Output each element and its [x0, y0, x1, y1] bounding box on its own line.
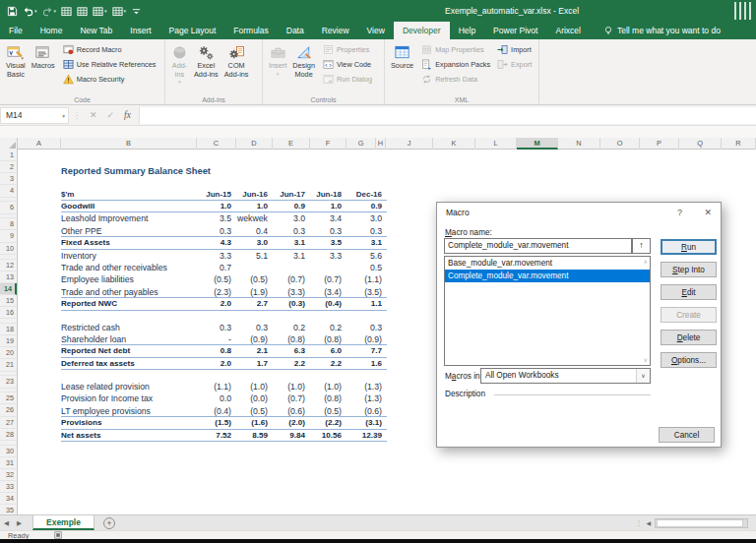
table-cell[interactable]: (0.5): [310, 405, 346, 416]
table-cell[interactable]: 0.4: [236, 225, 273, 236]
table-cell[interactable]: (0.5): [197, 273, 236, 285]
insert-function-icon[interactable]: fx: [119, 110, 136, 120]
cancel-entry-icon[interactable]: ✕: [85, 110, 102, 120]
table-cell[interactable]: 8.59: [236, 430, 273, 441]
column-header-c[interactable]: C: [197, 138, 236, 150]
new-sheet-button[interactable]: +: [103, 517, 115, 529]
table-cell[interactable]: (0.8): [273, 333, 310, 344]
table-cell[interactable]: 0.2: [273, 322, 310, 333]
ribbon-expansion-packs-button[interactable]: Expansion Packs: [421, 59, 490, 70]
ribbon-view-code-button[interactable]: View Code: [323, 59, 372, 70]
table-cell[interactable]: 0.0: [197, 392, 236, 404]
table-cell[interactable]: wekwek: [236, 212, 273, 224]
menu-tab-data[interactable]: Data: [278, 22, 313, 39]
row-header-20[interactable]: 20: [0, 347, 17, 359]
save-icon[interactable]: [6, 3, 19, 19]
table-cell[interactable]: 5.1: [236, 250, 273, 262]
column-header-f[interactable]: F: [310, 138, 346, 150]
table-row-label[interactable]: Trade and other payables: [61, 286, 197, 297]
table-cell[interactable]: (1.6): [236, 417, 273, 428]
table-unit-label[interactable]: $'m: [61, 189, 197, 200]
table-cell[interactable]: 10.56: [310, 430, 346, 441]
table-cell[interactable]: 1.0: [236, 201, 273, 211]
row-header-16[interactable]: 16: [0, 307, 17, 319]
table-cell[interactable]: 0.3: [197, 322, 236, 333]
table-row-label[interactable]: Provisions: [61, 417, 197, 428]
macro-name-goto-button[interactable]: ↑: [632, 238, 651, 254]
dialog-help-button[interactable]: ?: [677, 203, 682, 222]
table-row-label[interactable]: Reported Net debt: [61, 345, 197, 356]
table-cell[interactable]: 0.8: [197, 345, 236, 356]
table-cell[interactable]: (1.1): [346, 273, 387, 285]
table-cell[interactable]: 0.5: [346, 262, 387, 273]
table-cell[interactable]: (0.9): [236, 333, 273, 344]
ribbon-refresh-data-button[interactable]: Refresh Data: [421, 74, 490, 85]
delete-button[interactable]: Delete: [661, 330, 717, 345]
table-cell[interactable]: 0.3: [236, 322, 273, 333]
table-cell[interactable]: (0.6): [346, 405, 387, 416]
table-cell[interactable]: (2.3): [197, 286, 236, 297]
table-cell[interactable]: 0.3: [273, 225, 310, 236]
column-header-l[interactable]: L: [475, 138, 517, 150]
table-row-lease-related-provision[interactable]: Lease related provision(1.1)(1.0)(1.0)(1…: [61, 381, 387, 392]
table-row-label[interactable]: Trade and other receivables: [61, 262, 197, 273]
row-header-28[interactable]: 28: [0, 429, 17, 441]
table-row-label[interactable]: Inventory: [61, 250, 197, 262]
row-header-25[interactable]: 25: [0, 392, 17, 404]
column-header-k[interactable]: K: [433, 138, 475, 150]
table-cell[interactable]: 1.0: [310, 201, 346, 211]
table-cell[interactable]: 1.6: [346, 358, 387, 369]
menu-tab-arixcel[interactable]: Arixcel: [546, 22, 590, 39]
row-header-6[interactable]: 6: [0, 202, 17, 213]
row-header-4[interactable]: 4: [0, 185, 17, 197]
table-icon[interactable]: [76, 3, 89, 19]
macro-record-indicator[interactable]: [54, 531, 62, 539]
row-header-21[interactable]: 21: [0, 359, 17, 371]
table-cell[interactable]: (1.3): [346, 381, 387, 392]
table-cell[interactable]: 9.84: [273, 430, 310, 441]
ribbon-export-button[interactable]: Export: [497, 59, 532, 70]
table-cell[interactable]: 2.2: [310, 358, 346, 369]
macro-list-item[interactable]: Complete_module_var.movement: [445, 270, 650, 282]
table-cell[interactable]: (1.0): [236, 381, 273, 392]
table-cell[interactable]: (3.4): [310, 286, 346, 297]
ribbon-use-relative-references-button[interactable]: Use Relative References: [63, 59, 157, 70]
table-cell[interactable]: (0.3): [273, 298, 310, 309]
scrollbar-thumb[interactable]: [657, 519, 743, 527]
table-cell[interactable]: 0.3: [310, 225, 346, 236]
table-column-header[interactable]: Dec-16: [346, 189, 387, 200]
sheet-nav-right-icon[interactable]: ▶: [13, 519, 26, 527]
macro-list-item[interactable]: Base_module_var.movement: [445, 257, 650, 270]
sheet-tab-exemple[interactable]: Exemple: [32, 515, 94, 530]
table-row-label[interactable]: Provision for Income tax: [61, 392, 197, 404]
table-column-header[interactable]: Jun-18: [310, 189, 346, 200]
ribbon-macro-security-button[interactable]: Macro Security: [63, 74, 157, 85]
table-row-lt-employee-provisions[interactable]: LT employee provisions(0.4)(0.5)(0.6)(0.…: [61, 405, 387, 417]
row-header-15[interactable]: 15: [0, 295, 17, 307]
edit-button[interactable]: Edit: [661, 284, 717, 300]
ribbon-macros-button[interactable]: Macros: [29, 41, 58, 93]
ribbon-add-ins-button[interactable]: Add-ins▾: [168, 41, 191, 93]
table-row-label[interactable]: Net assets: [61, 430, 197, 441]
table-row-label[interactable]: Leashold Improvement: [61, 212, 197, 224]
table-cell[interactable]: (0.5): [236, 405, 273, 416]
row-header-23[interactable]: 23: [0, 376, 17, 388]
table-row-other-ppe[interactable]: Other PPE0.30.40.30.30.3: [61, 225, 387, 237]
table-cell[interactable]: (0.7): [273, 273, 310, 285]
qat-more-icon[interactable]: [130, 3, 143, 19]
table-cell[interactable]: 2.7: [236, 298, 273, 309]
table-row-label[interactable]: Restricted cash: [61, 322, 197, 333]
table-cell[interactable]: 2.2: [273, 358, 310, 369]
table-row-label[interactable]: Employee liabilities: [61, 273, 197, 285]
table-row-shareholder-loan[interactable]: Shareholder loan-(0.9)(0.8)(0.8)(0.9): [61, 333, 387, 345]
table-row-label[interactable]: Fixed Assets: [61, 237, 197, 248]
row-header-3[interactable]: 3: [0, 173, 17, 185]
column-header-a[interactable]: A: [18, 138, 61, 150]
list-scroll-down-icon[interactable]: ∨: [644, 357, 648, 363]
table-cell[interactable]: (0.6): [273, 405, 310, 416]
confirm-entry-icon[interactable]: ✓: [102, 110, 120, 120]
ribbon-visual-basic-button[interactable]: VisualBasic: [3, 41, 29, 93]
run-button[interactable]: Run: [661, 239, 717, 255]
menu-tab-developer[interactable]: Developer: [394, 22, 450, 39]
menu-tab-view[interactable]: View: [358, 22, 394, 39]
